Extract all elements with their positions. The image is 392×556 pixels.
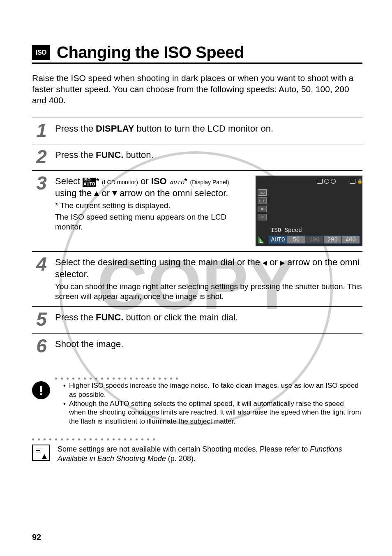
step-5-pre: Press the <box>55 312 96 322</box>
display-panel-note: (Display Panel) <box>190 179 229 185</box>
cam-side-off-icon: OFF <box>258 197 267 204</box>
cam-mode-label: P <box>364 178 369 185</box>
cam-iso-strip: AUTO 50 100 200 400 <box>268 235 360 244</box>
camera-lcd-illustration: 🔒 P ISO OFF ▦ ☑ L ISO Speed AUTO 50 100 … <box>256 176 362 246</box>
iso-auto-glyph: ᴀᴜᴛᴏ <box>169 178 184 186</box>
cam-side-iso-icon: ISO <box>258 189 267 196</box>
cam-card-icon <box>350 179 355 184</box>
step-4-note: You can shoot the image right after sele… <box>55 282 362 302</box>
iso-title-icon: ISO <box>32 45 50 60</box>
step-3-note-1: * The current setting is displayed. <box>55 201 248 211</box>
cam-iso-400: 400 <box>342 236 360 243</box>
cam-size-icon: L <box>258 234 267 244</box>
step-1-pre: Press the <box>55 123 96 134</box>
intro-paragraph: Raise the ISO speed when shooting in dar… <box>32 73 362 106</box>
caution-bullet-2: Although the AUTO setting selects the op… <box>63 399 362 426</box>
step-3-select: Select <box>55 176 83 186</box>
separator-dots <box>55 378 362 380</box>
step-number: 1 <box>32 122 51 139</box>
cam-side-effect-icon: ☑ <box>258 214 267 220</box>
caution-icon: ! <box>32 381 50 399</box>
step-4-or: or <box>267 257 280 267</box>
step-number: 3 <box>32 175 51 192</box>
cam-iso-50: 50 <box>287 236 305 243</box>
caution-bullet-1: Higher ISO speeds increase the image noi… <box>63 381 362 399</box>
step-4-pre: Select the desired setting using the mai… <box>55 257 263 267</box>
cam-iso-label: ISO Speed <box>271 227 302 234</box>
step-3-or2: or <box>99 188 112 198</box>
iso-title-icon-text: ISO <box>36 49 46 56</box>
reference-note: Some settings are not available with cer… <box>32 445 362 464</box>
left-arrow-icon <box>263 261 267 266</box>
step-3-note-2: The ISO speed setting menu appears on th… <box>55 212 248 232</box>
step-number: 5 <box>32 311 51 328</box>
cam-circle-icon <box>331 179 336 184</box>
page-title-row: ISO Changing the ISO Speed <box>32 44 362 64</box>
right-arrow-icon <box>280 261 285 266</box>
ref-post: (p. 208). <box>166 454 196 463</box>
step-5-heading: Press the FUNC. button or click the main… <box>55 312 362 323</box>
reference-text: Some settings are not available with cer… <box>58 445 362 464</box>
step-4-heading: Select the desired setting using the mai… <box>55 257 362 280</box>
step-1-heading: Press the DISPLAY button to turn the LCD… <box>55 123 362 134</box>
step-5: 5 Press the FUNC. button or click the ma… <box>32 306 362 328</box>
step-3: 3 Select ISOAUTO* (LCD monitor) or ISO ᴀ… <box>32 170 362 246</box>
ref-pre: Some settings are not available with cer… <box>58 445 310 453</box>
caution-note: ! Higher ISO speeds increase the image n… <box>32 381 362 426</box>
step-5-post: button or click the main dial. <box>123 312 238 322</box>
iso-auto-badge-icon: ISOAUTO <box>83 178 96 187</box>
step-3-tail: arrow on the omni selector. <box>117 188 228 198</box>
step-6: 6 Shoot the image. <box>32 333 362 354</box>
step-2: 2 Press the FUNC. button. <box>32 144 362 165</box>
step-2-pre: Press the <box>55 150 96 160</box>
cam-iso-100: 100 <box>305 236 323 243</box>
cam-timer-icon <box>324 179 329 184</box>
lcd-monitor-note: (LCD monitor) <box>102 179 138 185</box>
step-3-using: using the <box>55 188 94 198</box>
step-number: 4 <box>32 256 51 273</box>
iso-plain-label: ISO <box>151 176 167 186</box>
step-3-or: or <box>138 176 151 186</box>
step-3-heading: Select ISOAUTO* (LCD monitor) or ISO ᴀᴜᴛ… <box>55 176 248 199</box>
down-arrow-icon <box>112 191 117 196</box>
step-1-post: button to turn the LCD monitor on. <box>134 123 273 134</box>
cam-iso-200: 200 <box>324 236 342 243</box>
separator-dots <box>32 438 362 440</box>
step-1: 1 Press the DISPLAY button to turn the L… <box>32 118 362 139</box>
func-button-label: FUNC. <box>96 312 123 322</box>
step-number: 2 <box>32 148 51 165</box>
step-2-heading: Press the FUNC. button. <box>55 149 362 161</box>
step-4: 4 Select the desired setting using the m… <box>32 251 362 301</box>
page-number: 92 <box>32 533 41 542</box>
step-2-post: button. <box>123 150 153 160</box>
cam-lock-icon: 🔒 <box>357 178 363 184</box>
up-arrow-icon <box>94 191 99 196</box>
cam-iso-auto: AUTO <box>269 236 287 243</box>
step-6-heading: Shoot the image. <box>55 338 362 350</box>
page-title: Changing the ISO Speed <box>57 44 244 60</box>
cam-rect-icon <box>317 179 323 184</box>
cam-side-wb-icon: ▦ <box>258 206 267 212</box>
display-button-label: DISPLAY <box>96 123 134 134</box>
func-button-label: FUNC. <box>96 150 123 160</box>
step-number: 6 <box>32 338 51 354</box>
note-document-icon <box>32 445 50 461</box>
